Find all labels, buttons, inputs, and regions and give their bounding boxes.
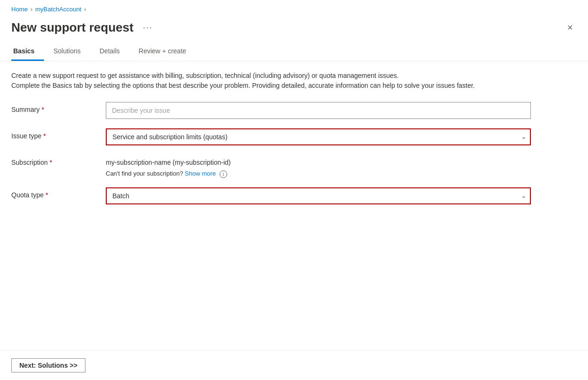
close-button[interactable]: × xyxy=(563,20,577,35)
subscription-sub: Can't find your subscription? Show more … xyxy=(106,170,531,178)
description-line2: Complete the Basics tab by selecting the… xyxy=(11,81,531,91)
quota-type-wrapper: Batch Compute Storage ⌄ xyxy=(106,187,531,204)
summary-row: Summary * xyxy=(11,102,531,119)
summary-label: Summary * xyxy=(11,102,106,113)
issue-type-wrapper: Service and subscription limits (quotas)… xyxy=(106,128,531,145)
issue-type-required: * xyxy=(43,132,46,140)
tab-details[interactable]: Details xyxy=(98,42,129,61)
subscription-sub-text: Can't find your subscription? xyxy=(106,170,183,177)
breadcrumb-sep2: › xyxy=(84,6,86,13)
subscription-control: my-subscription-name (my-subscription-id… xyxy=(106,155,531,178)
breadcrumb-home[interactable]: Home xyxy=(11,6,28,13)
subscription-info-icon[interactable]: i xyxy=(220,170,227,178)
breadcrumb-account[interactable]: myBatchAccount xyxy=(35,6,82,13)
summary-control xyxy=(106,102,531,119)
subscription-value: my-subscription-name (my-subscription-id… xyxy=(106,155,531,166)
tab-review-create[interactable]: Review + create xyxy=(137,42,196,61)
tabs-container: Basics Solutions Details Review + create xyxy=(0,42,588,61)
summary-input[interactable] xyxy=(106,102,531,119)
subscription-label: Subscription * xyxy=(11,155,106,166)
main-content: Create a new support request to get assi… xyxy=(0,71,588,204)
subscription-row: Subscription * my-subscription-name (my-… xyxy=(11,155,531,178)
issue-type-row: Issue type * Service and subscription li… xyxy=(11,128,531,145)
header: New support request ··· × xyxy=(0,17,588,42)
description: Create a new support request to get assi… xyxy=(11,71,531,91)
quota-type-control: Batch Compute Storage ⌄ xyxy=(106,187,531,204)
show-more-link[interactable]: Show more xyxy=(185,170,216,177)
tab-solutions[interactable]: Solutions xyxy=(51,42,90,61)
more-options-button[interactable]: ··· xyxy=(139,21,157,34)
issue-type-select[interactable]: Service and subscription limits (quotas)… xyxy=(106,128,531,145)
quota-type-select[interactable]: Batch Compute Storage xyxy=(106,187,531,204)
issue-type-control: Service and subscription limits (quotas)… xyxy=(106,128,531,145)
quota-type-label: Quota type * xyxy=(11,187,106,199)
breadcrumb-sep1: › xyxy=(31,6,33,13)
description-line1: Create a new support request to get assi… xyxy=(11,71,531,81)
quota-type-required: * xyxy=(46,191,48,199)
page-title: New support request xyxy=(11,20,134,35)
subscription-required: * xyxy=(50,159,52,166)
tab-basics[interactable]: Basics xyxy=(11,42,44,61)
quota-type-row: Quota type * Batch Compute Storage ⌄ xyxy=(11,187,531,204)
summary-required: * xyxy=(42,106,44,113)
breadcrumb: Home › myBatchAccount › xyxy=(0,0,588,17)
issue-type-label: Issue type * xyxy=(11,128,106,140)
